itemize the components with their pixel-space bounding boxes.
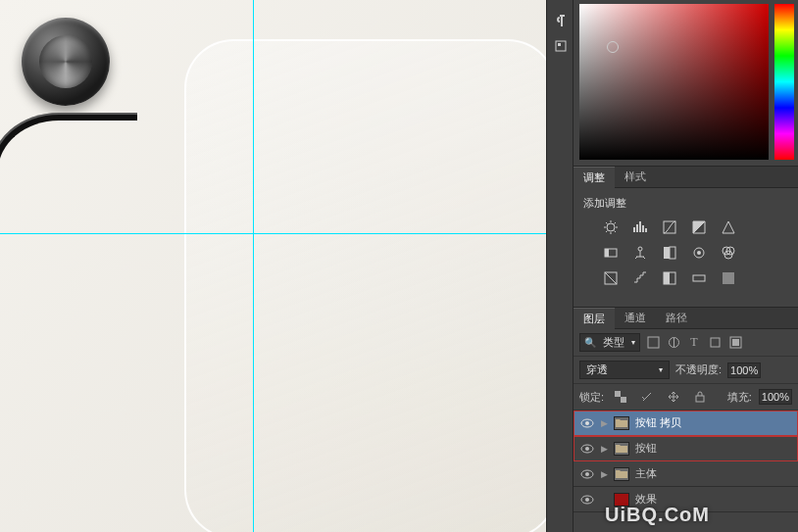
levels-icon[interactable] [630,218,650,236]
lock-pixels-icon[interactable] [637,388,657,406]
hue-slider[interactable] [774,4,794,160]
color-cursor[interactable] [607,41,619,53]
layer-name[interactable]: 主体 [635,466,657,481]
color-field[interactable] [579,4,769,160]
svg-rect-24 [615,391,621,397]
lock-label: 锁定: [579,390,604,405]
layer-item[interactable]: ▶ 按钮 [574,436,798,461]
tab-adjustments[interactable]: 调整 [574,167,615,188]
adjustments-tabs: 调整 样式 [574,167,798,188]
artwork-curve [0,113,137,532]
expand-arrow-icon[interactable]: ▶ [601,469,608,479]
layer-name[interactable]: 按钮 [635,441,657,456]
exposure-icon[interactable] [689,218,709,236]
svg-rect-7 [664,247,670,259]
selective-color-icon[interactable] [719,269,738,287]
tab-layers[interactable]: 图层 [574,308,615,329]
artwork-inner-rect [184,39,546,532]
curves-icon[interactable] [660,218,679,236]
filter-shape-icon[interactable] [708,336,722,350]
guide-vertical[interactable] [253,0,254,532]
svg-rect-26 [696,396,704,402]
invert-icon[interactable] [601,269,621,287]
layers-panel: 图层 通道 路径 🔍 类型 ▾ T 穿透 ▾ 不透明度: [574,308,798,532]
visibility-toggle[interactable] [579,418,595,428]
layer-item[interactable]: ▶ 按钮 拷贝 [574,411,798,436]
filter-type-label: 类型 [603,335,624,350]
svg-rect-8 [670,247,675,259]
color-picker-panel [574,0,798,167]
folder-icon [614,416,629,430]
folder-icon [614,467,629,481]
expand-arrow-icon[interactable]: ▶ [601,418,608,428]
lock-row: 锁定: 填充: 100% [574,384,798,411]
tab-styles[interactable]: 样式 [615,167,656,187]
svg-point-34 [585,498,589,502]
svg-point-10 [697,251,701,255]
svg-rect-23 [732,339,739,346]
svg-rect-16 [664,272,670,284]
collapsed-panel-dock [546,0,574,532]
vibrance-icon[interactable] [719,218,738,236]
watermark-text: UiBQ.CoM [605,504,710,526]
svg-rect-1 [558,43,561,46]
lock-transparency-icon[interactable] [611,388,630,406]
blend-mode-select[interactable]: 穿透 ▾ [579,361,670,379]
filter-type-icon[interactable]: T [687,336,701,350]
document-canvas[interactable] [0,0,546,532]
svg-rect-17 [693,275,705,281]
add-adjustment-label: 添加调整 [583,196,788,211]
expand-arrow-icon[interactable]: ▶ [601,444,608,454]
opacity-label: 不透明度: [675,363,722,377]
filter-pixel-icon[interactable] [646,336,660,350]
threshold-icon[interactable] [660,269,679,287]
lock-all-icon[interactable] [690,388,710,406]
blend-mode-row: 穿透 ▾ 不透明度: 100% [574,357,798,384]
paragraph-panel-icon[interactable] [547,8,574,33]
svg-point-6 [638,247,642,251]
adjustments-panel: 调整 样式 添加调整 [574,167,798,308]
svg-rect-21 [711,338,720,347]
gradient-map-icon[interactable] [689,269,709,287]
folder-icon [614,442,629,456]
channel-mixer-icon[interactable] [719,244,738,262]
black-white-icon[interactable] [660,244,679,262]
color-balance-icon[interactable] [630,244,650,262]
guide-horizontal[interactable] [0,233,546,234]
layer-item[interactable]: ▶ 主体 [574,461,798,487]
character-panel-icon[interactable] [547,33,574,59]
right-panel-stack: 调整 样式 添加调整 [574,0,798,532]
filter-type-select[interactable]: 🔍 类型 ▾ [579,333,640,352]
visibility-toggle[interactable] [579,495,595,505]
layers-tabs: 图层 通道 路径 [574,308,798,329]
svg-rect-18 [723,272,734,284]
filter-adjustment-icon[interactable] [667,336,680,350]
blend-mode-value: 穿透 [586,363,608,377]
fill-label: 填充: [727,390,752,405]
tab-paths[interactable]: 路径 [656,308,697,328]
opacity-value[interactable]: 100% [727,363,761,378]
svg-point-32 [585,472,589,476]
brightness-contrast-icon[interactable] [601,218,621,236]
svg-rect-19 [648,337,659,348]
svg-rect-5 [605,249,609,257]
photo-filter-icon[interactable] [689,244,709,262]
lock-position-icon[interactable] [664,388,683,406]
artwork-knob [22,18,110,106]
filter-smart-icon[interactable] [728,336,742,350]
layer-name[interactable]: 按钮 拷贝 [635,415,681,430]
fill-value[interactable]: 100% [759,389,792,405]
svg-point-30 [585,447,589,451]
tab-channels[interactable]: 通道 [615,308,656,328]
svg-rect-25 [621,397,626,403]
svg-point-2 [607,223,615,231]
visibility-toggle[interactable] [579,444,595,454]
svg-point-28 [585,421,589,425]
layer-filter-row: 🔍 类型 ▾ T [574,329,798,357]
hue-saturation-icon[interactable] [601,244,621,262]
posterize-icon[interactable] [630,269,650,287]
visibility-toggle[interactable] [579,469,595,479]
